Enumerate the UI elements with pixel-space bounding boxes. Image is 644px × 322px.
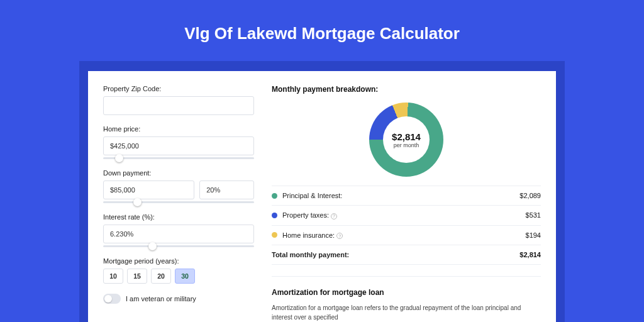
veteran-label: I am veteran or military — [126, 295, 196, 303]
period-option-10[interactable]: 10 — [103, 269, 123, 284]
down-payment-pct-input[interactable] — [199, 180, 254, 199]
breakdown-column: Monthly payment breakdown: $2,814 per mo… — [272, 85, 541, 322]
donut-center: $2,814 per month — [369, 103, 443, 177]
breakdown-title: Monthly payment breakdown: — [272, 85, 541, 94]
breakdown-item-value: $194 — [526, 231, 541, 239]
amortization-text: Amortization for a mortgage loan refers … — [272, 303, 541, 322]
home-price-label: Home price: — [103, 125, 254, 133]
interest-input[interactable] — [103, 225, 254, 243]
page-title: Vlg Of Lakewd Mortgage Calculator — [0, 0, 644, 61]
breakdown-dot-icon — [272, 232, 277, 238]
breakdown-item-value: $2,089 — [519, 192, 541, 199]
breakdown-row: Home insurance:?$194 — [272, 226, 541, 246]
zip-field-block: Property Zip Code: — [103, 85, 254, 115]
period-option-15[interactable]: 15 — [127, 269, 147, 284]
interest-field-block: Interest rate (%): — [103, 213, 254, 247]
zip-input[interactable] — [103, 96, 254, 115]
down-payment-slider-thumb[interactable] — [133, 198, 142, 206]
home-price-input[interactable] — [103, 136, 254, 155]
breakdown-item-label: Property taxes:? — [282, 211, 526, 219]
interest-slider-thumb[interactable] — [148, 242, 157, 250]
amortization-title: Amortization for mortgage loan — [272, 288, 541, 297]
breakdown-dot-icon — [272, 193, 277, 199]
breakdown-total-label: Total monthly payment: — [272, 251, 519, 258]
calculator-wrapper: Property Zip Code: Home price: Down paym… — [79, 61, 565, 322]
home-price-slider[interactable] — [103, 157, 254, 159]
breakdown-list: Principal & Interest:$2,089Property taxe… — [272, 186, 541, 265]
amortization-section: Amortization for mortgage loan Amortizat… — [272, 276, 541, 322]
home-price-slider-thumb[interactable] — [115, 154, 123, 162]
breakdown-item-value: $531 — [526, 211, 541, 219]
breakdown-row: Principal & Interest:$2,089 — [272, 186, 541, 206]
period-option-30[interactable]: 30 — [175, 269, 195, 284]
down-payment-label: Down payment: — [103, 169, 254, 177]
interest-slider[interactable] — [103, 245, 254, 247]
breakdown-total-row: Total monthly payment:$2,814 — [272, 245, 541, 265]
info-icon[interactable]: ? — [331, 213, 337, 219]
down-payment-field-block: Down payment: — [103, 169, 254, 203]
form-column: Property Zip Code: Home price: Down paym… — [103, 85, 254, 322]
home-price-field-block: Home price: — [103, 125, 254, 159]
veteran-toggle[interactable] — [103, 294, 121, 304]
period-field-block: Mortgage period (years): 10152030 — [103, 257, 254, 284]
period-label: Mortgage period (years): — [103, 257, 254, 265]
breakdown-dot-icon — [272, 213, 277, 218]
zip-label: Property Zip Code: — [103, 85, 254, 92]
interest-label: Interest rate (%): — [103, 213, 254, 221]
donut-chart: $2,814 per month — [369, 103, 443, 177]
breakdown-item-label: Home insurance:? — [282, 231, 526, 240]
down-payment-input[interactable] — [103, 180, 194, 199]
down-payment-slider[interactable] — [103, 201, 254, 203]
donut-sub: per month — [394, 142, 419, 148]
veteran-toggle-knob — [104, 295, 112, 303]
breakdown-total-value: $2,814 — [519, 251, 541, 258]
period-options: 10152030 — [103, 269, 254, 284]
donut-chart-wrap: $2,814 per month — [272, 96, 541, 186]
info-icon[interactable]: ? — [336, 233, 343, 239]
breakdown-item-label: Principal & Interest: — [282, 192, 519, 199]
calculator-panel: Property Zip Code: Home price: Down paym… — [88, 71, 556, 322]
breakdown-row: Property taxes:?$531 — [272, 206, 541, 226]
period-option-20[interactable]: 20 — [151, 269, 171, 284]
donut-amount: $2,814 — [392, 131, 421, 142]
veteran-row: I am veteran or military — [103, 294, 254, 304]
